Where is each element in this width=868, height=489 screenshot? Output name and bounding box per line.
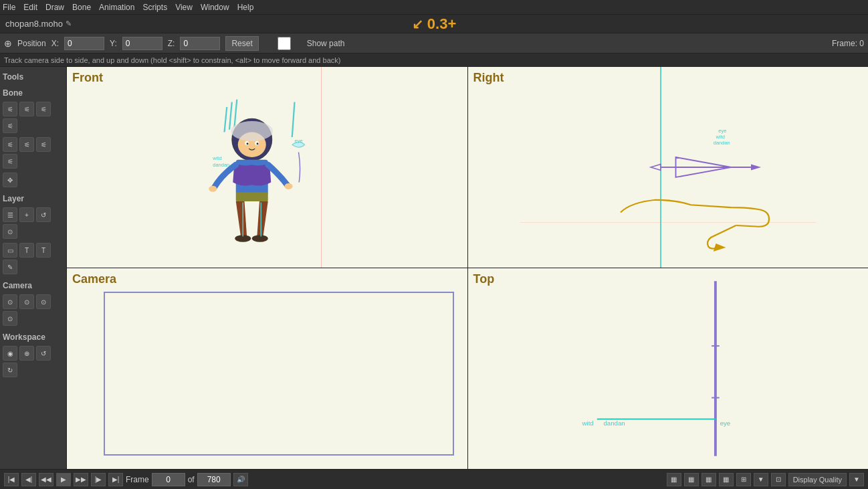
- main-layout: Tools Bone ⚟ ⚟ ⚟ ⚟ ⚟ ⚟ ⚟ ⚟ ✥ Layer ☰ + ↺…: [0, 67, 868, 469]
- camera-tool-2[interactable]: ⊙: [19, 294, 34, 309]
- play-forward-button[interactable]: ▶▶: [74, 473, 88, 486]
- workspace-tool-2[interactable]: ⊕: [19, 346, 34, 361]
- top-scene-svg: witd dandan eye: [468, 268, 869, 469]
- layer-tool-6[interactable]: T: [19, 243, 34, 258]
- bottombar: |◀ ◀| ◀◀ ▶ ▶▶ |▶ ▶| Frame of 🔊 ▦ ▦ ▦ ▦ ⊞…: [0, 469, 868, 489]
- position-label: Position: [17, 39, 46, 48]
- layer-tools-row2: ▭ T T ✎: [3, 243, 64, 274]
- bone-tools-row3: ✥: [3, 173, 64, 187]
- play-button[interactable]: ▶: [56, 473, 71, 486]
- svg-point-16: [285, 183, 293, 189]
- svg-rect-12: [236, 193, 268, 202]
- layer-tool-3[interactable]: ↺: [36, 207, 51, 222]
- bone-tool-2[interactable]: ⚟: [19, 102, 34, 116]
- y-label: Y:: [110, 39, 117, 48]
- view-layout-2[interactable]: ▦: [684, 473, 699, 486]
- svg-point-9: [247, 142, 249, 144]
- layer-tool-8[interactable]: ✎: [3, 260, 17, 274]
- bone-tool-3[interactable]: ⚟: [36, 102, 51, 116]
- menu-animation[interactable]: Animation: [99, 3, 134, 12]
- frame-text-label: Frame: [126, 475, 149, 484]
- menu-edit[interactable]: Edit: [23, 3, 37, 12]
- goto-end-button[interactable]: ▶|: [108, 473, 123, 486]
- arrow-down-button[interactable]: ▼: [754, 473, 768, 486]
- version-arrow: ↙: [412, 17, 423, 31]
- step-back-button[interactable]: ◀|: [21, 473, 36, 486]
- top-viewport[interactable]: Top witd dandan eye: [468, 268, 869, 469]
- play-back-button[interactable]: ◀◀: [39, 473, 53, 486]
- edit-icon[interactable]: ✎: [66, 19, 72, 28]
- right-scene-svg: eye witd dandan: [468, 67, 869, 268]
- camera-label-text: Camera: [72, 272, 116, 286]
- menu-bone[interactable]: Bone: [72, 3, 91, 12]
- bone-tool-1[interactable]: ⚟: [3, 102, 17, 116]
- show-path-checkbox[interactable]: [264, 37, 304, 50]
- sidebar: Tools Bone ⚟ ⚟ ⚟ ⚟ ⚟ ⚟ ⚟ ⚟ ✥ Layer ☰ + ↺…: [0, 67, 67, 469]
- audio-button[interactable]: 🔊: [233, 473, 248, 486]
- viewport-grid: Front: [67, 67, 868, 469]
- svg-line-0: [225, 107, 227, 132]
- view-layout-4[interactable]: ▦: [719, 473, 734, 486]
- layer-tool-7[interactable]: T: [36, 243, 51, 258]
- total-frames-input[interactable]: [197, 473, 231, 486]
- camera-tools: ⊙ ⊙ ⊙ ⊙: [3, 294, 64, 326]
- camera-tool-1[interactable]: ⊙: [3, 294, 17, 309]
- menu-help[interactable]: Help: [237, 3, 254, 12]
- bone-tool-8[interactable]: ⚟: [3, 154, 17, 169]
- front-character-svg: witd dandan eye: [67, 67, 467, 268]
- z-input[interactable]: [180, 37, 220, 50]
- bone-tool-4[interactable]: ⚟: [3, 118, 17, 133]
- menu-scripts[interactable]: Scripts: [142, 3, 167, 12]
- frame-label: Frame: 0: [832, 39, 864, 48]
- camera-viewport[interactable]: Camera: [67, 268, 467, 469]
- show-path-container: Show path: [264, 37, 345, 50]
- svg-marker-29: [751, 165, 761, 171]
- display-quality-button[interactable]: Display Quality: [788, 473, 847, 486]
- camera-frame-box: [104, 292, 454, 456]
- view-layout-5[interactable]: ⊞: [736, 473, 751, 486]
- menu-draw[interactable]: Draw: [45, 3, 64, 12]
- svg-marker-32: [713, 243, 726, 252]
- layer-tool-2[interactable]: +: [19, 207, 34, 222]
- svg-marker-31: [651, 165, 661, 171]
- bone-tool-7[interactable]: ⚟: [36, 137, 51, 152]
- y-input[interactable]: [122, 37, 162, 50]
- bone-tool-5[interactable]: ⚟: [3, 137, 17, 152]
- menu-file[interactable]: File: [3, 3, 15, 12]
- camera-tool-3[interactable]: ⊙: [36, 294, 51, 309]
- bone-tools-row1: ⚟ ⚟ ⚟ ⚟: [3, 102, 64, 133]
- reset-button[interactable]: Reset: [225, 36, 258, 51]
- front-viewport[interactable]: Front: [67, 67, 467, 268]
- menu-window[interactable]: Window: [201, 3, 229, 12]
- position-bar: ⊕ Position X: Y: Z: Reset Show path Fram…: [0, 33, 868, 54]
- x-input[interactable]: [64, 37, 104, 50]
- view-layout-3[interactable]: ▦: [701, 473, 716, 486]
- frame-toggle[interactable]: ⊡: [771, 473, 786, 486]
- layer-label: Layer: [3, 194, 64, 203]
- svg-point-15: [209, 186, 217, 192]
- svg-line-1: [229, 102, 232, 130]
- camera-tool-4[interactable]: ⊙: [3, 311, 17, 326]
- workspace-tool-4[interactable]: ↻: [3, 363, 17, 377]
- current-frame-input[interactable]: [152, 473, 185, 486]
- bone-tool-6[interactable]: ⚟: [19, 137, 34, 152]
- layer-tool-1[interactable]: ☰: [3, 207, 17, 222]
- layer-tool-4[interactable]: ⊙: [3, 224, 17, 239]
- statusbar: Track camera side to side, and up and do…: [0, 54, 868, 67]
- goto-start-button[interactable]: |◀: [4, 473, 19, 486]
- front-label: Front: [72, 71, 103, 85]
- workspace-tool-3[interactable]: ↺: [36, 346, 51, 361]
- top-label: Top: [473, 272, 495, 286]
- dq-dropdown[interactable]: ▼: [849, 473, 864, 486]
- workspace-tool-1[interactable]: ◉: [3, 346, 17, 361]
- menu-view[interactable]: View: [175, 3, 193, 12]
- view-layout-1[interactable]: ▦: [667, 473, 681, 486]
- right-viewport[interactable]: Right eye witd dandan: [468, 67, 869, 268]
- step-forward-button[interactable]: |▶: [91, 473, 106, 486]
- workspace-label: Workspace: [3, 332, 64, 342]
- show-path-label: Show path: [307, 39, 345, 48]
- layer-tools-row1: ☰ + ↺ ⊙: [3, 207, 64, 239]
- layer-tool-5[interactable]: ▭: [3, 243, 17, 258]
- svg-point-10: [257, 142, 259, 144]
- bone-tool-9[interactable]: ✥: [3, 173, 17, 187]
